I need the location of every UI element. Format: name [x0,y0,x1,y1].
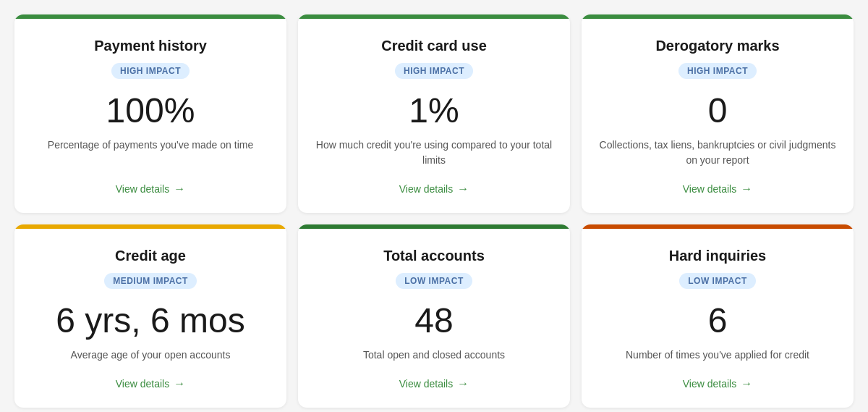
card-title-hard-inquiries: Hard inquiries [669,248,766,264]
card-title-derogatory-marks: Derogatory marks [655,38,779,54]
card-value-payment-history: 100% [106,92,195,130]
view-details-label-derogatory-marks: View details [683,183,736,195]
impact-badge-payment-history: HIGH IMPACT [111,63,190,79]
view-details-label-credit-age: View details [116,378,169,390]
arrow-icon-credit-card-use: → [457,182,469,196]
impact-badge-derogatory-marks: HIGH IMPACT [678,63,757,79]
view-details-link-derogatory-marks[interactable]: View details → [683,182,752,196]
card-value-credit-age: 6 yrs, 6 mos [56,302,244,340]
view-details-link-payment-history[interactable]: View details → [116,182,185,196]
view-details-link-credit-age[interactable]: View details → [116,377,185,390]
view-details-label-total-accounts: View details [399,378,453,390]
card-description-payment-history: Percentage of payments you've made on ti… [48,138,253,168]
card-credit-card-use: Credit card use HIGH IMPACT 1% How much … [298,14,570,213]
card-description-total-accounts: Total open and closed accounts [363,348,505,363]
card-value-hard-inquiries: 6 [708,302,728,340]
card-description-credit-age: Average age of your open accounts [71,348,231,363]
credit-factors-grid: Payment history HIGH IMPACT 100% Percent… [14,14,854,408]
view-details-link-total-accounts[interactable]: View details → [399,377,469,390]
card-credit-age: Credit age MEDIUM IMPACT 6 yrs, 6 mos Av… [14,224,286,408]
view-details-label-credit-card-use: View details [399,183,453,195]
card-title-total-accounts: Total accounts [383,248,485,264]
card-value-total-accounts: 48 [414,302,453,340]
card-description-derogatory-marks: Collections, tax liens, bankruptcies or … [599,138,836,168]
impact-badge-total-accounts: LOW IMPACT [396,273,472,289]
card-value-derogatory-marks: 0 [708,92,728,130]
card-title-payment-history: Payment history [94,38,207,54]
card-total-accounts: Total accounts LOW IMPACT 48 Total open … [298,224,570,408]
impact-badge-hard-inquiries: LOW IMPACT [679,273,755,289]
arrow-icon-derogatory-marks: → [741,182,752,196]
card-hard-inquiries: Hard inquiries LOW IMPACT 6 Number of ti… [582,224,854,408]
arrow-icon-total-accounts: → [457,377,469,390]
arrow-icon-hard-inquiries: → [741,377,752,390]
card-description-hard-inquiries: Number of times you've applied for credi… [626,348,809,363]
card-payment-history: Payment history HIGH IMPACT 100% Percent… [14,14,286,213]
view-details-label-payment-history: View details [116,183,169,195]
view-details-link-hard-inquiries[interactable]: View details → [683,377,752,390]
arrow-icon-credit-age: → [174,377,185,390]
arrow-icon-payment-history: → [174,182,185,196]
card-title-credit-card-use: Credit card use [381,38,487,54]
card-derogatory-marks: Derogatory marks HIGH IMPACT 0 Collectio… [582,14,854,213]
impact-badge-credit-age: MEDIUM IMPACT [104,273,197,289]
card-description-credit-card-use: How much credit you're using compared to… [315,138,553,168]
view-details-link-credit-card-use[interactable]: View details → [399,182,469,196]
card-title-credit-age: Credit age [115,248,186,264]
card-value-credit-card-use: 1% [409,92,459,130]
view-details-label-hard-inquiries: View details [683,378,736,390]
impact-badge-credit-card-use: HIGH IMPACT [395,63,473,79]
